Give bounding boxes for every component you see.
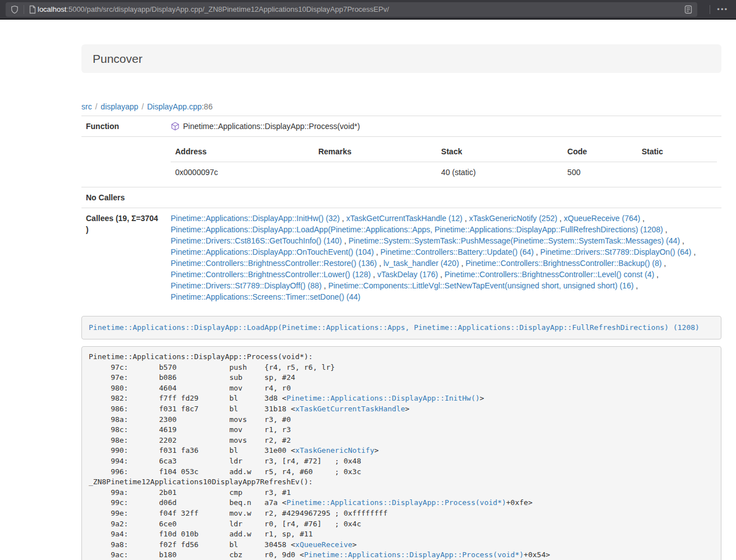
callee-link[interactable]: Pinetime::Applications::DisplayApp::OnTo… — [171, 247, 374, 256]
address-bar[interactable]: localhost:5000/path/src/displayapp/Displ… — [6, 2, 697, 17]
callers-label: No Callers — [81, 187, 166, 208]
callee-link[interactable]: Pinetime::Applications::DisplayApp::Init… — [171, 214, 340, 223]
symbol-link[interactable]: xTaskGetCurrentTaskHandle — [295, 405, 405, 413]
stats-row: Address Remarks Stack Code Static 0x0000… — [81, 137, 721, 187]
callee-link[interactable]: Pinetime::Applications::Screens::Timer::… — [171, 292, 360, 301]
url-host: localhost — [38, 5, 66, 13]
col-address: Address — [171, 141, 314, 162]
symbol-link[interactable]: Pinetime::Applications::DisplayApp::Init… — [286, 394, 479, 402]
callee-link[interactable]: Pinetime::Controllers::Battery::Update()… — [381, 247, 534, 256]
browser-chrome: localhost:5000/path/src/displayapp/Displ… — [0, 0, 736, 20]
callee-link[interactable]: Pinetime::System::SystemTask::PushMessag… — [349, 236, 680, 245]
breadcrumb-link[interactable]: displayapp — [100, 102, 138, 111]
callee-link[interactable]: Pinetime::Applications::DisplayApp::Load… — [171, 225, 663, 234]
value-stack: 40 (static) — [437, 162, 563, 183]
breadcrumb-separator: / — [138, 102, 147, 111]
stats-header-row: Address Remarks Stack Code Static — [171, 141, 717, 162]
breadcrumb: src / displayapp / DisplayApp.cpp:86 — [81, 101, 721, 112]
function-name: Pinetime::Applications::DisplayApp::Proc… — [183, 121, 360, 132]
assembly-code-block: Pinetime::Applications::DisplayApp::Proc… — [81, 346, 721, 560]
urlbar-separator — [24, 5, 24, 14]
breadcrumb-link[interactable]: src — [81, 102, 92, 111]
callee-link[interactable]: Pinetime::Drivers::Cst816S::GetTouchInfo… — [171, 236, 342, 245]
callee-link[interactable]: lv_task_handler (420) — [383, 259, 459, 268]
callee-link[interactable]: Pinetime::Drivers::St7789::DisplayOff() … — [171, 281, 322, 290]
function-label: Function — [81, 116, 166, 137]
function-row: Function Pinetime::Applications::Display… — [81, 116, 721, 137]
callee-link[interactable]: xQueueReceive (764) — [564, 214, 640, 223]
value-static — [637, 162, 717, 183]
symbol-link[interactable]: xQueueReceive — [295, 540, 353, 549]
callee-link[interactable]: Pinetime::Controllers::BrightnessControl… — [171, 259, 377, 268]
banner-code-block: Pinetime::Applications::DisplayApp::Load… — [81, 316, 721, 339]
callee-link[interactable]: Pinetime::Drivers::St7789::DisplayOn() (… — [540, 247, 691, 256]
breadcrumb-link[interactable]: DisplayApp.cpp — [147, 102, 202, 111]
breadcrumb-separator: / — [92, 102, 101, 111]
function-detail-table: Function Pinetime::Applications::Display… — [81, 116, 721, 307]
callees-list: Pinetime::Applications::DisplayApp::Init… — [166, 208, 721, 307]
url-text[interactable]: localhost:5000/path/src/displayapp/Displ… — [38, 5, 684, 13]
value-address: 0x0000097c — [171, 162, 314, 183]
breadcrumb-line-number: :86 — [202, 102, 212, 111]
page-container: Puncover src / displayapp / DisplayApp.c… — [81, 20, 721, 560]
menu-icon[interactable]: ••• — [715, 4, 730, 15]
symbol-link[interactable]: Pinetime::Applications::DisplayApp::Proc… — [304, 550, 524, 559]
callee-link[interactable]: Pinetime::Controllers::BrightnessControl… — [445, 270, 654, 279]
col-code: Code — [563, 141, 637, 162]
callee-link[interactable]: Pinetime::Components::LittleVgl::SetNewT… — [328, 281, 634, 290]
symbol-link[interactable]: Pinetime::Applications::DisplayApp::Proc… — [286, 498, 506, 507]
value-remarks — [314, 162, 437, 183]
callee-link[interactable]: Pinetime::Controllers::BrightnessControl… — [465, 259, 661, 268]
stats-table: Address Remarks Stack Code Static 0x0000… — [171, 141, 717, 182]
col-remarks: Remarks — [314, 141, 437, 162]
callers-row: No Callers — [81, 187, 721, 208]
page-title: Puncover — [93, 52, 710, 65]
page-icon — [29, 5, 36, 14]
reader-mode-icon[interactable] — [684, 5, 693, 14]
shield-icon[interactable] — [10, 5, 19, 14]
value-code: 500 — [563, 162, 637, 183]
callees-row: Callees (19, Σ=3704 ) Pinetime::Applicat… — [81, 208, 721, 307]
url-path: :5000/path/src/displayapp/DisplayApp.cpp… — [66, 5, 389, 13]
callee-link[interactable]: Pinetime::Controllers::BrightnessControl… — [171, 270, 371, 279]
callee-link[interactable]: xTaskGenericNotify (252) — [469, 214, 557, 223]
page-title-card: Puncover — [81, 44, 721, 73]
callee-link[interactable]: vTaskDelay (176) — [377, 270, 438, 279]
symbol-link[interactable]: xTaskGenericNotify — [295, 446, 374, 455]
stats-values-row: 0x0000097c 40 (static) 500 — [171, 162, 717, 183]
toolbar-separator — [710, 5, 710, 14]
callees-label: Callees (19, Σ=3704 ) — [81, 208, 166, 307]
banner-function-link[interactable]: Pinetime::Applications::DisplayApp::Load… — [89, 323, 700, 332]
col-static: Static — [637, 141, 717, 162]
col-stack: Stack — [437, 141, 563, 162]
callee-link[interactable]: xTaskGetCurrentTaskHandle (12) — [346, 214, 463, 223]
package-icon — [171, 122, 180, 131]
